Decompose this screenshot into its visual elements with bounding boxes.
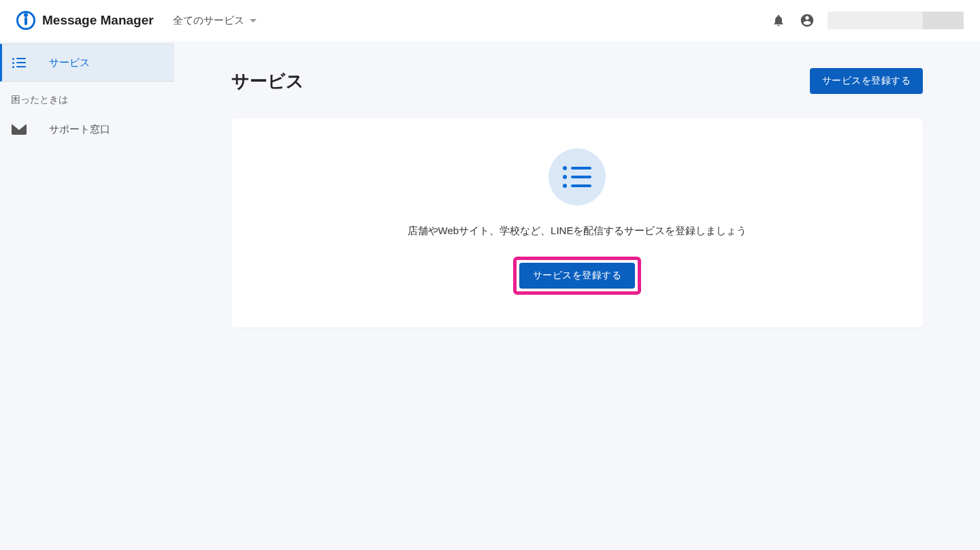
user-info-placeholder — [828, 12, 964, 29]
header-right — [770, 12, 964, 29]
main-content: サービス サービスを登録する 店舗やWebサイト、学校など、LINEを配信するサ… — [174, 41, 980, 550]
register-service-button[interactable]: サービスを登録する — [810, 68, 924, 94]
empty-state-card: 店舗やWebサイト、学校など、LINEを配信するサービスを登録しましょう サービ… — [231, 118, 923, 327]
empty-state-text: 店舗やWebサイト、学校など、LINEを配信するサービスを登録しましょう — [248, 225, 906, 238]
notifications-button[interactable] — [770, 12, 787, 29]
sidebar-item-label: サポート窓口 — [49, 123, 110, 136]
empty-state-icon-circle — [549, 148, 606, 206]
sidebar-item-services[interactable]: サービス — [0, 44, 174, 82]
sidebar-item-support[interactable]: サポート窓口 — [0, 110, 174, 148]
app-logo[interactable]: Message Manager — [16, 11, 154, 30]
mail-icon — [11, 121, 27, 138]
account-icon — [800, 13, 815, 28]
sidebar-item-label: サービス — [49, 56, 90, 69]
highlight-annotation: サービスを登録する — [513, 257, 642, 295]
sidebar: サービス 困ったときは サポート窓口 — [0, 41, 174, 550]
page-title: サービス — [231, 69, 304, 93]
service-switcher-label: 全てのサービス — [173, 14, 244, 27]
bell-icon — [772, 14, 785, 27]
register-service-button-cta[interactable]: サービスを登録する — [519, 263, 636, 289]
app-name: Message Manager — [42, 13, 154, 28]
chevron-down-icon — [250, 19, 257, 22]
list-icon — [563, 166, 591, 188]
sidebar-section-title: 困ったときは — [0, 82, 174, 110]
page-header: サービス サービスを登録する — [231, 68, 923, 94]
list-icon — [11, 54, 27, 71]
account-button[interactable] — [799, 12, 815, 29]
service-switcher[interactable]: 全てのサービス — [173, 14, 257, 27]
header: Message Manager 全てのサービス — [0, 0, 980, 41]
logo-icon — [16, 11, 35, 30]
